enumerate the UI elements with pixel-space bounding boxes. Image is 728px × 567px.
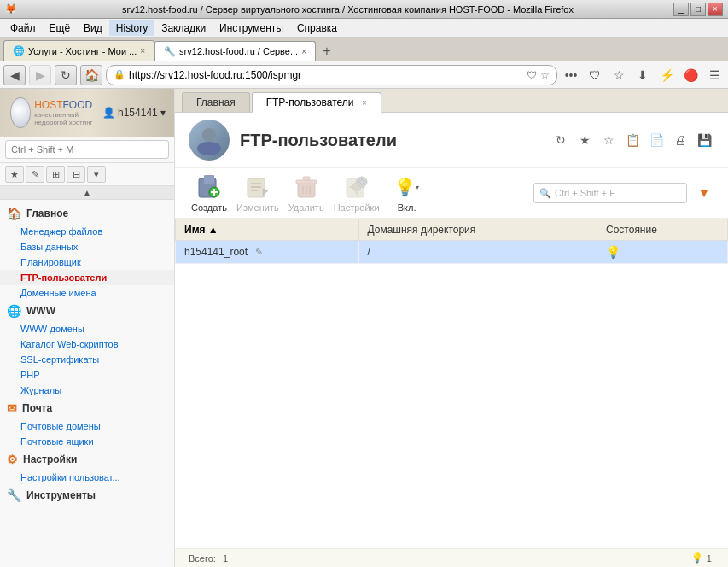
sidebar-item-ftp[interactable]: FTP-пользователи: [0, 270, 174, 285]
sidebar-tb-star[interactable]: ★: [5, 166, 24, 183]
sidebar-scroll-up[interactable]: ▲: [0, 186, 174, 200]
bookmark-icon[interactable]: ☆: [609, 65, 629, 85]
close-button[interactable]: ×: [708, 3, 723, 16]
settings-section-icon: ⚙: [7, 453, 18, 466]
menu-tools[interactable]: Инструменты: [213, 20, 290, 36]
settings-btn[interactable]: Настройки: [334, 173, 380, 213]
refresh-button[interactable]: ↻: [55, 65, 77, 85]
enable-btn[interactable]: 💡 ▾ Вкл.: [387, 173, 428, 213]
sidebar-item-filemanager[interactable]: Менеджер файлов: [0, 224, 174, 239]
create-label: Создать: [191, 202, 227, 213]
overflow-button[interactable]: •••: [561, 65, 581, 85]
menu-view[interactable]: Вид: [77, 20, 109, 36]
delete-svg: [294, 175, 318, 199]
sidebar-item-domains[interactable]: Доменные имена: [0, 285, 174, 301]
maximize-button[interactable]: □: [690, 3, 706, 16]
sidebar-item-logs[interactable]: Журналы: [0, 383, 174, 398]
user-icon: 👤: [102, 107, 115, 119]
sidebar-item-ssl[interactable]: SSL-сертификаты: [0, 352, 174, 367]
col-status: Состояние: [597, 219, 728, 241]
page-header: FTP-пользователи ↻ ★ ☆ 📋 📄 🖨 💾: [175, 113, 728, 168]
sidebar-tb-remove[interactable]: ⊟: [67, 166, 85, 183]
page-tab-home[interactable]: Главная: [182, 92, 250, 112]
logo-food: FOOD: [63, 99, 93, 111]
refresh-action-btn[interactable]: ↻: [550, 130, 571, 150]
sidebar-toolbar: ★ ✎ ⊞ ⊟ ▾: [0, 163, 174, 186]
edit-btn[interactable]: Изменить: [236, 173, 279, 213]
logo-main: HOSTFOOD: [34, 99, 102, 111]
sidebar-section-mail[interactable]: ✉ Почта: [0, 398, 174, 418]
search-icon: 🔍: [539, 188, 551, 199]
logo-text: HOSTFOOD качественный недорогой хостинг: [34, 99, 102, 126]
edit-svg: [246, 175, 270, 199]
browser-tab-1[interactable]: 🔧 srv12.host-food.ru / Серве... ×: [154, 41, 316, 61]
address-icons: 🛡 ☆: [527, 69, 550, 81]
sidebar-item-databases[interactable]: Базы данных: [0, 239, 174, 254]
table-header-row: Имя ▲ Домашняя директория Состояние: [176, 219, 728, 241]
sidebar-item-web-scripts[interactable]: Каталог Web-скриптов: [0, 336, 174, 352]
sidebar-section-main[interactable]: 🏠 Главное: [0, 203, 174, 224]
sidebar-tb-add[interactable]: ⊞: [46, 166, 65, 183]
page-footer: Всего: 1 💡 1,: [175, 548, 728, 567]
settings-label: Настройки: [334, 202, 380, 213]
star-icon[interactable]: ☆: [540, 69, 550, 81]
sidebar-item-php[interactable]: PHP: [0, 367, 174, 383]
sidebar-section-tools[interactable]: 🔧 Инструменты: [0, 485, 174, 506]
table-wrapper: Имя ▲ Домашняя директория Состояние h154…: [175, 219, 728, 548]
logo-circle: [10, 97, 31, 128]
extension-icon2[interactable]: 🔴: [680, 65, 701, 85]
sidebar-search-input[interactable]: [5, 140, 169, 159]
menu-file[interactable]: Файл: [3, 20, 43, 36]
svg-rect-7: [248, 178, 265, 197]
forward-button[interactable]: ▶: [29, 65, 51, 85]
svg-point-20: [357, 177, 367, 187]
page-tab-ftp-close[interactable]: ×: [362, 98, 367, 108]
sidebar-item-www-domains[interactable]: WWW-домены: [0, 321, 174, 336]
tools-section-label: Инструменты: [26, 489, 96, 501]
filter-btn[interactable]: ▼: [694, 183, 714, 203]
browser-tab-0[interactable]: 🌐 Услуги - Хостинг - Мои ... ×: [3, 40, 154, 61]
copy-action-btn[interactable]: 📋: [622, 130, 643, 150]
back-button[interactable]: ◀: [3, 65, 26, 85]
download-icon[interactable]: ⬇: [632, 65, 653, 85]
table-search-box[interactable]: 🔍 Ctrl + Shift + F: [533, 183, 687, 203]
user-badge[interactable]: 👤 h154141 ▾: [102, 107, 166, 119]
minimize-button[interactable]: _: [673, 3, 689, 16]
create-btn[interactable]: Создать: [189, 173, 230, 213]
sidebar-section-www[interactable]: 🌐 WWW: [0, 301, 174, 321]
titlebar: 🦊 srv12.host-food.ru / Сервер виртуально…: [0, 0, 728, 19]
col-name[interactable]: Имя ▲: [176, 219, 359, 241]
menu-edit[interactable]: Ещё: [43, 20, 78, 36]
address-box[interactable]: 🔒 https://srv12.host-food.ru:1500/ispmgr…: [106, 65, 557, 85]
sidebar-item-mailboxes[interactable]: Почтовые ящики: [0, 434, 174, 449]
tab-close-1[interactable]: ×: [301, 47, 306, 56]
tab-close-0[interactable]: ×: [140, 46, 145, 56]
print-action-btn[interactable]: 🖨: [670, 130, 690, 150]
sidebar-item-user-settings[interactable]: Настройки пользоват...: [0, 470, 174, 485]
menu-help[interactable]: Справка: [290, 20, 344, 36]
main-section-label: Главное: [26, 208, 68, 219]
extension-icon1[interactable]: ⚡: [656, 65, 677, 85]
edit-row-icon[interactable]: ✎: [255, 247, 263, 257]
doc-action-btn[interactable]: 📄: [646, 130, 667, 150]
menu-bookmarks[interactable]: Закладки: [154, 20, 213, 36]
page-tab-ftp[interactable]: FTP-пользователи ×: [252, 92, 381, 113]
sidebar-item-scheduler[interactable]: Планировщик: [0, 254, 174, 270]
menu-button[interactable]: ☰: [704, 65, 725, 85]
sidebar-item-mail-domains[interactable]: Почтовые домены: [0, 418, 174, 434]
settings-icon: [343, 173, 370, 201]
window-controls[interactable]: _ □ ×: [673, 3, 723, 16]
delete-btn[interactable]: Удалить: [286, 173, 327, 213]
new-tab-button[interactable]: +: [317, 42, 336, 61]
sidebar-section-settings[interactable]: ⚙ Настройки: [0, 449, 174, 470]
home-button[interactable]: 🏠: [80, 65, 102, 85]
save-action-btn[interactable]: 💾: [694, 130, 714, 150]
favorite-action-btn[interactable]: ★: [574, 130, 595, 150]
tools-section-icon: 🔧: [7, 488, 21, 502]
sidebar-tb-menu[interactable]: ▾: [87, 166, 106, 183]
menu-history[interactable]: History: [109, 20, 154, 36]
tab-favicon-0: 🌐: [13, 45, 25, 56]
unfavorite-action-btn[interactable]: ☆: [598, 130, 619, 150]
sidebar-tb-edit[interactable]: ✎: [26, 166, 44, 183]
table-row[interactable]: h154141_root ✎ / 💡: [176, 241, 728, 264]
